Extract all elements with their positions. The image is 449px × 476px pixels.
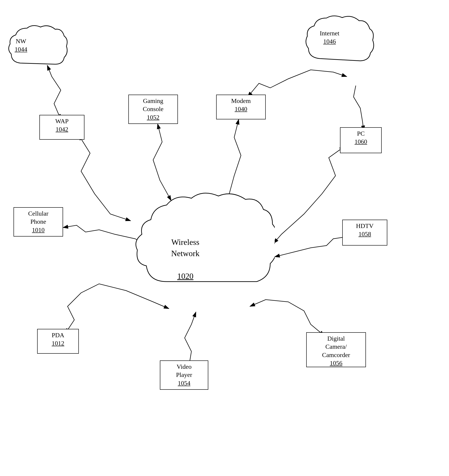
internet-label: Internet 1046 — [320, 29, 339, 46]
digital-camera-box: Digital Camera/ Camcorder 1056 — [306, 332, 366, 367]
video-player-box: Video Player 1054 — [160, 360, 208, 390]
gaming-console-box: Gaming Console 1052 — [128, 95, 178, 124]
wireless-network-cloud — [131, 187, 275, 306]
modem-box: Modem 1040 — [216, 95, 266, 119]
pda-box: PDA 1012 — [37, 329, 79, 354]
wap-box: WAP 1042 — [39, 115, 84, 140]
nw-label: NW 1044 — [15, 37, 27, 54]
hdtv-box: HDTV 1058 — [342, 220, 387, 246]
cellular-phone-box: Cellular Phone 1010 — [13, 207, 63, 237]
internet-cloud — [304, 13, 376, 70]
pc-box: PC 1060 — [340, 127, 382, 153]
wireless-network-label: Wireless Network 1020 — [171, 237, 200, 282]
